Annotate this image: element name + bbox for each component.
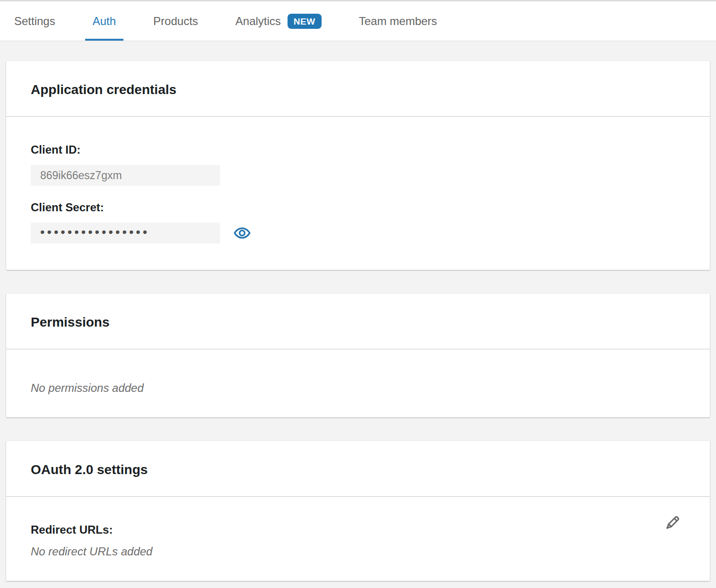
tab-bar: Settings Auth Products Analytics NEW Tea… — [0, 0, 716, 41]
tab-products[interactable]: Products — [146, 1, 206, 41]
permissions-card: Permissions No permissions added — [6, 294, 710, 417]
permissions-title: Permissions — [6, 294, 710, 349]
oauth-settings-title: OAuth 2.0 settings — [6, 441, 710, 497]
main-content: Application credentials Client ID: 869ik… — [0, 41, 716, 581]
tab-team-members[interactable]: Team members — [351, 1, 445, 41]
oauth-settings-card: OAuth 2.0 settings Redirect URLs: No red… — [6, 441, 710, 581]
tab-settings-label: Settings — [14, 15, 55, 28]
eye-icon — [233, 224, 251, 242]
permissions-body: No permissions added — [6, 349, 710, 417]
application-credentials-body: Client ID: 869ik66esz7gxm Client Secret:… — [6, 117, 710, 270]
client-secret-label: Client Secret: — [31, 201, 685, 214]
tab-analytics[interactable]: Analytics NEW — [228, 1, 329, 41]
client-id-label: Client ID: — [31, 143, 685, 156]
reveal-secret-button[interactable] — [233, 224, 251, 242]
tab-auth-label: Auth — [93, 15, 116, 28]
tab-auth[interactable]: Auth — [85, 1, 123, 41]
redirect-urls-empty-text: No redirect URLs added — [31, 545, 685, 558]
client-id-value[interactable]: 869ik66esz7gxm — [31, 165, 220, 186]
client-secret-masked-text: •••••••••••••••• — [40, 226, 149, 239]
application-credentials-title: Application credentials — [6, 61, 710, 117]
tab-products-label: Products — [153, 15, 198, 28]
client-secret-row: •••••••••••••••• — [31, 214, 685, 243]
tab-settings[interactable]: Settings — [7, 1, 63, 41]
tab-analytics-label: Analytics — [236, 15, 281, 28]
application-credentials-card: Application credentials Client ID: 869ik… — [6, 61, 710, 270]
pencil-icon — [662, 512, 683, 534]
edit-redirect-urls-button[interactable] — [662, 512, 683, 534]
permissions-empty-text: No permissions added — [31, 381, 685, 395]
client-secret-value[interactable]: •••••••••••••••• — [31, 223, 220, 243]
client-id-text: 869ik66esz7gxm — [40, 169, 122, 182]
new-badge: NEW — [288, 14, 322, 29]
redirect-urls-label: Redirect URLs: — [31, 523, 685, 536]
tab-team-members-label: Team members — [359, 15, 437, 28]
oauth-settings-body: Redirect URLs: No redirect URLs added — [6, 497, 710, 581]
